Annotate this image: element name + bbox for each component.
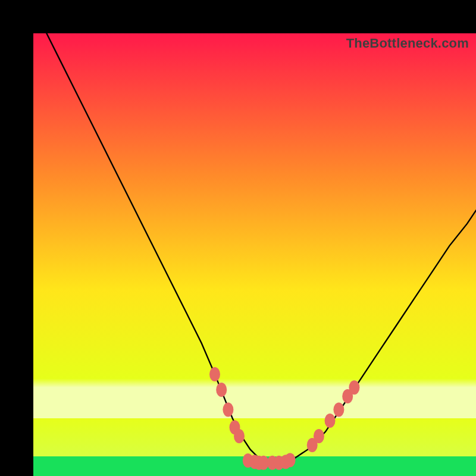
highlight-dot bbox=[209, 367, 220, 381]
highlight-dot bbox=[223, 402, 233, 416]
highlight-dot bbox=[325, 414, 336, 428]
highlight-dot bbox=[216, 383, 227, 397]
highlight-dot bbox=[285, 453, 296, 467]
bottleneck-curve bbox=[46, 33, 476, 463]
highlight-dot bbox=[349, 380, 359, 394]
chart-curve-layer bbox=[33, 33, 476, 476]
attribution-label: TheBottleneck.com bbox=[346, 36, 469, 51]
highlight-dot bbox=[333, 402, 344, 416]
chart-frame: TheBottleneck.com bbox=[0, 0, 476, 476]
highlight-dot bbox=[314, 429, 324, 443]
highlight-dot bbox=[234, 429, 245, 443]
plot-area: TheBottleneck.com bbox=[33, 33, 476, 476]
